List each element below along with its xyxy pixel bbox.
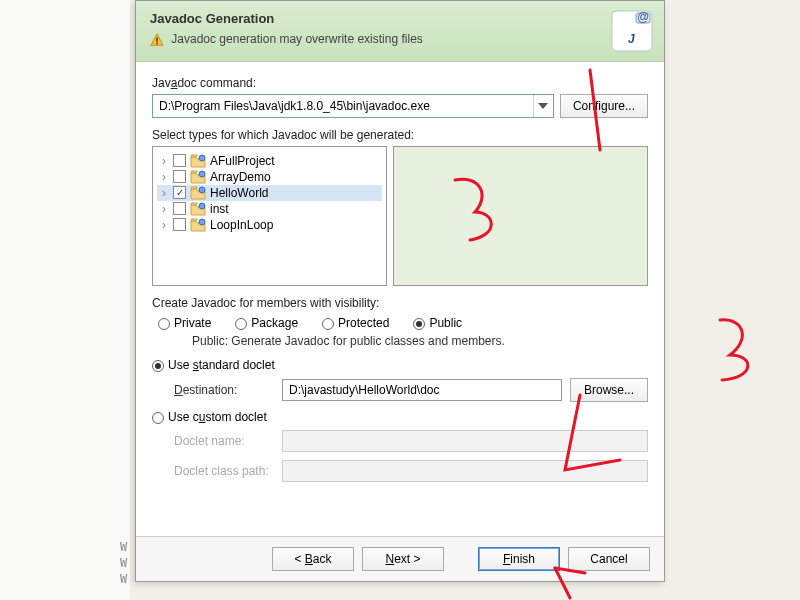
expander-icon[interactable]: › [159,218,169,232]
svg-point-11 [199,203,205,209]
back-button[interactable]: < Back [272,547,354,571]
background-gutter [0,0,130,600]
javadoc-command-combo[interactable] [152,94,554,118]
checkbox[interactable] [173,154,186,167]
bg-char: W [120,572,127,586]
expander-icon[interactable]: › [159,154,169,168]
doclet-classpath-input [282,460,648,482]
use-standard-doclet-radio[interactable]: Use standard doclet [152,358,275,372]
dialog-header: Javadoc Generation Javadoc generation ma… [136,1,664,62]
visibility-protected[interactable]: Protected [322,316,389,330]
doclet-name-input [282,430,648,452]
visibility-group: Private Package Protected Public [158,316,648,330]
doclet-name-label: Doclet name: [174,434,274,448]
doclet-classpath-label: Doclet class path: [174,464,274,478]
use-custom-doclet-radio[interactable]: Use custom doclet [152,410,267,424]
expander-icon[interactable]: › [159,170,169,184]
javadoc-dialog: Javadoc Generation Javadoc generation ma… [135,0,665,582]
project-folder-icon [190,218,206,232]
tree-item-label: ArrayDemo [210,170,271,184]
tree-item[interactable]: ›LoopInLoop [157,217,382,233]
browse-button[interactable]: Browse... [570,378,648,402]
svg-text:@: @ [637,10,649,24]
cancel-button[interactable]: Cancel [568,547,650,571]
finish-button[interactable]: Finish [478,547,560,571]
project-folder-icon [190,202,206,216]
next-button[interactable]: Next > [362,547,444,571]
javadoc-command-label: Javadoc command: [152,76,648,90]
javadoc-command-input[interactable] [153,95,533,117]
checkbox[interactable] [173,218,186,231]
types-tree[interactable]: ›AFullProject›ArrayDemo›✓HelloWorld›inst… [152,146,387,286]
configure-button[interactable]: Configure... [560,94,648,118]
svg-rect-1 [156,37,158,41]
chevron-down-icon[interactable] [533,95,553,117]
svg-rect-2 [156,42,158,44]
bg-char: W [120,556,127,570]
tree-item-label: LoopInLoop [210,218,273,232]
visibility-description: Public: Generate Javadoc for public clas… [192,334,648,348]
dialog-warning: Javadoc generation may overwrite existin… [150,32,650,47]
select-types-label: Select types for which Javadoc will be g… [152,128,648,142]
dialog-title: Javadoc Generation [150,11,650,26]
tree-item[interactable]: ›AFullProject [157,153,382,169]
destination-label: Destination: [174,383,274,397]
tree-item-label: inst [210,202,229,216]
visibility-package[interactable]: Package [235,316,298,330]
svg-point-8 [199,155,205,161]
visibility-label: Create Javadoc for members with visibili… [152,296,648,310]
expander-icon[interactable]: › [159,202,169,216]
bg-char: W [120,540,127,554]
project-folder-icon [190,170,206,184]
expander-icon[interactable]: › [159,186,169,200]
types-members-pane[interactable] [393,146,648,286]
checkbox[interactable] [173,202,186,215]
visibility-private[interactable]: Private [158,316,211,330]
tree-item[interactable]: ›ArrayDemo [157,169,382,185]
tree-item-label: AFullProject [210,154,275,168]
visibility-public[interactable]: Public [413,316,462,330]
dialog-body: Javadoc command: Configure... Select typ… [136,62,664,500]
tree-item[interactable]: ›inst [157,201,382,217]
svg-point-12 [199,219,205,225]
svg-text:J: J [628,32,635,46]
svg-point-9 [199,171,205,177]
checkbox[interactable] [173,170,186,183]
svg-marker-7 [538,103,548,109]
dialog-footer: < Back Next > Finish Cancel [136,536,664,581]
tree-item-label: HelloWorld [210,186,268,200]
tree-item[interactable]: ›✓HelloWorld [157,185,382,201]
warning-icon [150,33,164,47]
svg-point-10 [199,187,205,193]
project-folder-icon [190,186,206,200]
project-folder-icon [190,154,206,168]
destination-input[interactable] [282,379,562,401]
javadoc-logo-icon: @J [610,9,654,53]
checkbox[interactable]: ✓ [173,186,186,199]
